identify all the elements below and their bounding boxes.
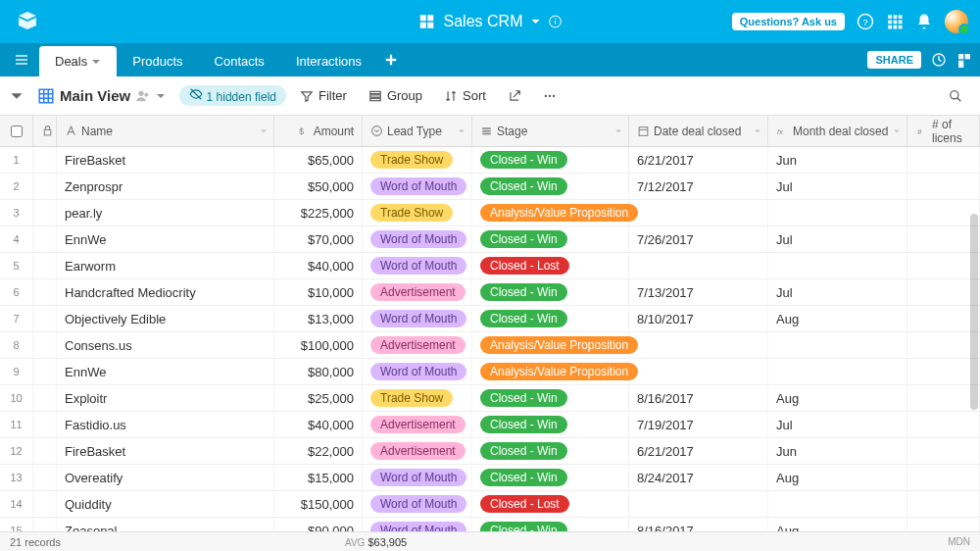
row-expand[interactable] <box>33 306 57 331</box>
cell-stage[interactable]: Analysis/Value Proposition <box>472 200 629 225</box>
cell-month-closed[interactable] <box>768 253 907 278</box>
row-expand[interactable] <box>33 385 57 411</box>
row-expand[interactable] <box>33 226 57 252</box>
cell-name[interactable]: pear.ly <box>57 200 274 225</box>
cell-date-closed[interactable]: 7/13/2017 <box>629 279 768 305</box>
group-button[interactable]: Group <box>361 83 430 108</box>
help-icon[interactable]: ? <box>857 13 874 30</box>
info-icon[interactable] <box>548 15 562 28</box>
add-table-button[interactable] <box>377 53 405 67</box>
cell-date-closed[interactable] <box>629 332 768 358</box>
cell-lead-type[interactable]: Trade Show <box>363 147 472 173</box>
select-all-header[interactable] <box>0 116 33 146</box>
cell-stage[interactable]: Closed - Win <box>472 465 629 490</box>
more-options-button[interactable] <box>535 84 564 108</box>
col-header-name[interactable]: Name <box>57 116 274 146</box>
cell-amount[interactable]: $225,000 <box>274 200 363 225</box>
cell-month-closed[interactable] <box>768 200 907 225</box>
col-header-month[interactable]: fxMonth deal closed <box>768 116 907 146</box>
cell-month-closed[interactable]: Jul <box>768 174 907 199</box>
row-expand[interactable] <box>33 518 57 531</box>
notifications-bell-icon[interactable] <box>915 13 933 30</box>
blocks-icon[interactable] <box>956 52 972 68</box>
cell-name[interactable]: EnnWe <box>57 226 274 252</box>
cell-month-closed[interactable]: Aug <box>768 518 907 531</box>
cell-name[interactable]: FireBasket <box>57 438 274 464</box>
table-row[interactable]: 13Overeatify$15,000Word of MouthClosed -… <box>0 465 980 491</box>
cell-month-closed[interactable] <box>768 359 907 384</box>
cell-stage[interactable]: Closed - Win <box>472 306 629 331</box>
cell-date-closed[interactable]: 8/16/2017 <box>629 385 768 411</box>
table-row[interactable]: 7Objectively Edible$13,000Word of MouthC… <box>0 306 980 332</box>
chevron-down-icon[interactable] <box>10 89 24 103</box>
cell-stage[interactable]: Closed - Win <box>472 385 629 411</box>
filter-button[interactable]: Filter <box>292 83 355 108</box>
cell-stage[interactable]: Closed - Lost <box>472 491 629 517</box>
table-row[interactable]: 11Fastidio.us$40,000AdvertisementClosed … <box>0 412 980 438</box>
cell-licenses[interactable] <box>907 359 980 384</box>
table-row[interactable]: 15Zeasonal$90,000Word of MouthClosed - W… <box>0 518 980 531</box>
row-expand[interactable] <box>33 491 57 517</box>
sort-button[interactable]: Sort <box>436 83 494 108</box>
cell-licenses[interactable] <box>907 226 980 252</box>
search-button[interactable] <box>941 84 970 108</box>
cell-month-closed[interactable]: Jul <box>768 412 907 437</box>
row-expand[interactable] <box>33 438 57 464</box>
vertical-scrollbar[interactable] <box>970 214 978 410</box>
cell-date-closed[interactable]: 8/16/2017 <box>629 518 768 531</box>
cell-date-closed[interactable] <box>629 253 768 278</box>
cell-stage[interactable]: Analysis/Value Proposition <box>472 359 629 384</box>
cell-amount[interactable]: $50,000 <box>274 174 363 199</box>
cell-name[interactable]: FireBasket <box>57 147 274 173</box>
cell-licenses[interactable] <box>907 306 980 331</box>
share-view-button[interactable] <box>500 84 529 108</box>
cell-date-closed[interactable]: 6/21/2017 <box>629 438 768 464</box>
cell-lead-type[interactable]: Word of Mouth <box>363 306 472 331</box>
row-expand[interactable] <box>33 174 57 199</box>
cell-month-closed[interactable] <box>768 491 907 517</box>
cell-month-closed[interactable] <box>768 332 907 358</box>
summary-mdn[interactable]: MDN <box>948 536 970 547</box>
cell-name[interactable]: Quiddity <box>57 491 274 517</box>
cell-month-closed[interactable]: Aug <box>768 306 907 331</box>
cell-amount[interactable]: $40,000 <box>274 412 363 437</box>
share-button[interactable]: SHARE <box>867 51 921 69</box>
col-header-lead[interactable]: Lead Type <box>363 116 472 146</box>
cell-amount[interactable]: $25,000 <box>274 385 363 411</box>
history-icon[interactable] <box>931 52 947 68</box>
tab-interactions[interactable]: Interactions <box>280 46 377 76</box>
row-expand[interactable] <box>33 332 57 358</box>
table-row[interactable]: 10Exploitr$25,000Trade ShowClosed - Win8… <box>0 385 980 412</box>
row-expand[interactable] <box>33 412 57 437</box>
col-header-stage[interactable]: Stage <box>472 116 629 146</box>
table-row[interactable]: 5Earworm$40,000Word of MouthClosed - Los… <box>0 253 980 279</box>
table-row[interactable]: 4EnnWe$70,000Word of MouthClosed - Win7/… <box>0 226 980 253</box>
cell-stage[interactable]: Closed - Win <box>472 174 629 199</box>
row-expand[interactable] <box>33 253 57 278</box>
cell-month-closed[interactable]: Jul <box>768 279 907 305</box>
cell-licenses[interactable] <box>907 253 980 278</box>
hamburger-menu-button[interactable] <box>8 46 35 74</box>
cell-licenses[interactable] <box>907 465 980 490</box>
cell-licenses[interactable] <box>907 332 980 358</box>
table-row[interactable]: 12FireBasket$22,000AdvertisementClosed -… <box>0 438 980 465</box>
cell-amount[interactable]: $150,000 <box>274 491 363 517</box>
summary-avg[interactable]: AVG $63,905 <box>345 536 407 548</box>
cell-name[interactable]: Fastidio.us <box>57 412 274 437</box>
cell-licenses[interactable] <box>907 200 980 225</box>
hidden-fields-button[interactable]: 1 hidden field <box>179 85 286 106</box>
cell-stage[interactable]: Analysis/Value Proposition <box>472 332 629 358</box>
cell-lead-type[interactable]: Word of Mouth <box>363 359 472 384</box>
cell-amount[interactable]: $15,000 <box>274 465 363 490</box>
cell-amount[interactable]: $22,000 <box>274 438 363 464</box>
base-title-area[interactable]: Sales CRM <box>418 13 563 30</box>
cell-lead-type[interactable]: Advertisement <box>363 438 472 464</box>
tab-products[interactable]: Products <box>117 46 198 76</box>
cell-licenses[interactable] <box>907 279 980 305</box>
view-switcher[interactable]: Main View <box>29 82 173 110</box>
cell-stage[interactable]: Closed - Win <box>472 226 629 252</box>
cell-month-closed[interactable]: Jul <box>768 226 907 252</box>
col-header-date[interactable]: Date deal closed <box>629 116 768 146</box>
row-expand[interactable] <box>33 279 57 305</box>
cell-amount[interactable]: $90,000 <box>274 518 363 531</box>
